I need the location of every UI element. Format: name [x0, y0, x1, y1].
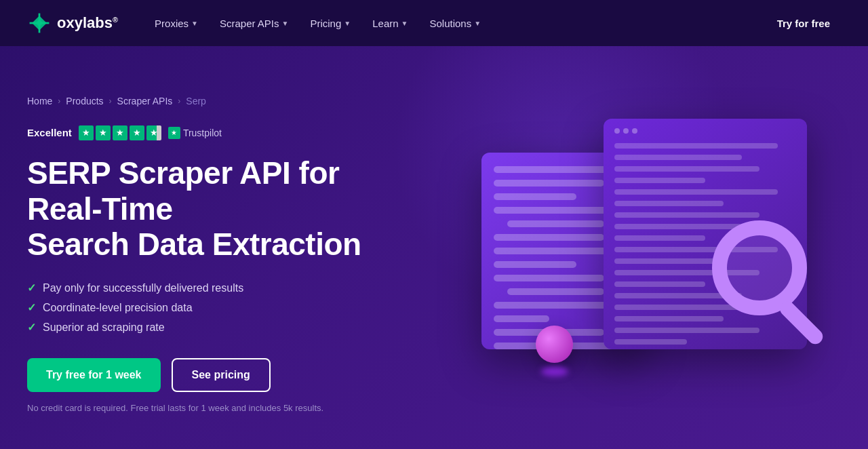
browser-line	[614, 339, 687, 345]
logo[interactable]: oxylabs®	[27, 11, 118, 35]
browser-line	[614, 178, 705, 183]
nav-links: Proxies ▼ Scraper APIs ▼ Pricing ▼ Learn…	[145, 12, 766, 35]
breadcrumb-current: Serp	[186, 96, 206, 106]
hero-section: Home › Products › Scraper APIs › Serp Ex…	[0, 46, 868, 449]
navigation: oxylabs® Proxies ▼ Scraper APIs ▼ Pricin…	[0, 0, 868, 46]
feature-item-1: ✓ Pay only for successfully delivered re…	[27, 281, 420, 294]
chevron-down-icon: ▼	[401, 20, 408, 27]
browser-dot-2	[623, 128, 629, 134]
breadcrumb-home[interactable]: Home	[27, 96, 52, 106]
star-1: ★	[79, 125, 94, 140]
code-line	[494, 261, 576, 268]
code-line	[494, 234, 604, 241]
illustration-container	[441, 112, 821, 397]
chevron-down-icon: ▼	[474, 20, 481, 27]
feature-item-2: ✓ Coordinate-level precision data	[27, 301, 420, 314]
trustpilot-icon: ★	[168, 127, 180, 139]
hero-content: Home › Products › Scraper APIs › Serp Ex…	[27, 96, 420, 414]
browser-line	[614, 166, 760, 172]
browser-line	[614, 155, 742, 160]
code-line	[494, 180, 604, 187]
see-pricing-button[interactable]: See pricing	[172, 358, 271, 392]
nav-pricing[interactable]: Pricing ▼	[300, 12, 360, 35]
star-rating: ★ ★ ★ ★ ★	[79, 125, 161, 140]
logo-wordmark: oxylabs®	[57, 14, 118, 32]
browser-line	[614, 201, 724, 206]
browser-line	[614, 143, 778, 149]
browser-dot-3	[632, 128, 637, 134]
nav-learn[interactable]: Learn ▼	[363, 12, 417, 35]
code-line	[507, 220, 604, 227]
sphere-shadow	[541, 367, 568, 376]
trustpilot-logo: ★ Trustpilot	[168, 127, 222, 139]
chevron-down-icon: ▼	[282, 20, 289, 27]
sphere-decoration	[536, 326, 573, 363]
browser-line	[614, 189, 778, 195]
breadcrumb-separator: ›	[109, 96, 112, 106]
features-list: ✓ Pay only for successfully delivered re…	[27, 281, 420, 334]
browser-line	[614, 212, 760, 218]
breadcrumb-scraper-apis[interactable]: Scraper APIs	[117, 96, 173, 106]
star-4: ★	[130, 125, 144, 140]
breadcrumb-separator: ›	[58, 96, 60, 106]
code-line	[494, 315, 549, 322]
nav-proxies[interactable]: Proxies ▼	[145, 12, 208, 35]
star-2: ★	[96, 125, 111, 140]
browser-dots	[614, 128, 796, 134]
nav-scraper-apis[interactable]: Scraper APIs ▼	[210, 12, 298, 35]
code-line	[494, 275, 604, 281]
fine-print: No credit card is required. Free trial l…	[27, 403, 420, 413]
try-free-button[interactable]: Try free for 1 week	[27, 358, 161, 392]
cta-buttons: Try free for 1 week See pricing	[27, 358, 420, 392]
trustpilot-row: Excellent ★ ★ ★ ★ ★ ★ Trustpilot	[27, 125, 420, 140]
nav-solutions[interactable]: Solutions ▼	[420, 12, 490, 35]
check-icon: ✓	[27, 321, 36, 334]
code-line	[507, 288, 604, 295]
browser-dot-1	[614, 128, 620, 134]
breadcrumb: Home › Products › Scraper APIs › Serp	[27, 96, 420, 106]
hero-illustration	[420, 98, 841, 410]
magnifier-glass	[712, 220, 807, 315]
trustpilot-name: Trustpilot	[183, 128, 222, 138]
star-5-half: ★	[146, 125, 161, 140]
code-line	[494, 193, 576, 200]
magnifier-handle	[777, 298, 826, 347]
breadcrumb-separator: ›	[178, 96, 180, 106]
hero-heading: SERP Scraper API for Real-Time Search Da…	[27, 155, 420, 263]
chevron-down-icon: ▼	[344, 20, 351, 27]
star-3: ★	[113, 125, 127, 140]
trustpilot-label: Excellent	[27, 127, 72, 138]
magnifier-illustration	[685, 220, 821, 356]
breadcrumb-products[interactable]: Products	[66, 96, 103, 106]
feature-item-3: ✓ Superior ad scraping rate	[27, 321, 420, 334]
check-icon: ✓	[27, 281, 36, 294]
check-icon: ✓	[27, 301, 36, 314]
chevron-down-icon: ▼	[191, 20, 198, 27]
try-for-free-nav-button[interactable]: Try for free	[766, 12, 841, 35]
